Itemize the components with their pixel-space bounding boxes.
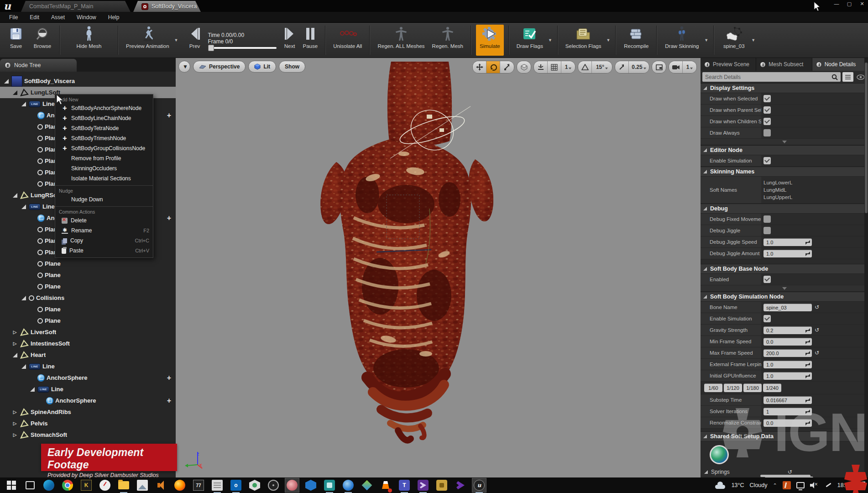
surface-snap-button[interactable]	[534, 61, 548, 73]
volume-muted-icon[interactable]	[810, 482, 819, 489]
value-field[interactable]: 1.0	[763, 361, 812, 368]
context-menu-item[interactable]: Paste Ctrl+V	[55, 246, 153, 256]
details-tab[interactable]: Mesh Subsect	[756, 58, 812, 71]
expand-arrow-icon[interactable]	[29, 387, 36, 392]
rotate-tool-button[interactable]	[486, 61, 500, 73]
perspective-button[interactable]: Perspective	[193, 61, 246, 73]
list-view-button[interactable]	[842, 72, 853, 82]
camera-speed-button[interactable]	[669, 61, 683, 73]
node-tree-row[interactable]: Collisions	[0, 292, 176, 304]
node-tree-row[interactable]: Heart	[0, 349, 176, 361]
drag-multiplier-icon[interactable]	[805, 328, 810, 333]
preview-animation-button[interactable]: Preview Animation	[122, 23, 173, 58]
add-node-button[interactable]: +	[167, 397, 171, 405]
node-tree-row[interactable]: Line	[0, 361, 176, 372]
coordinate-space-button[interactable]	[517, 61, 531, 73]
details-tab[interactable]: Node Details	[812, 58, 868, 71]
value-field[interactable]: spine_03	[763, 304, 812, 311]
section-expander[interactable]	[701, 285, 868, 292]
scale-snap-button[interactable]	[615, 61, 629, 73]
reset-to-default-icon[interactable]	[815, 327, 819, 333]
taskbar-app-button[interactable]: K	[79, 478, 93, 492]
section-skinning-names[interactable]: Skinning Names	[701, 167, 868, 177]
draw-skinning-button[interactable]: Draw Skinning	[661, 23, 703, 58]
drag-multiplier-icon[interactable]	[805, 240, 810, 245]
tray-expand-icon[interactable]: ⌃	[773, 483, 777, 488]
node-tree-row[interactable]: StomachSoft	[0, 429, 176, 441]
springs-asset-thumbnail[interactable]	[710, 445, 729, 464]
tray-app-icon[interactable]	[783, 481, 791, 489]
context-menu-item[interactable]: Delete	[55, 215, 153, 226]
node-tree-row[interactable]: Plane	[0, 258, 176, 269]
notification-center-icon[interactable]	[857, 482, 865, 489]
bone-select-dropdown[interactable]: ▼	[750, 23, 757, 58]
time-slider-thumb[interactable]	[208, 45, 214, 51]
taskbar-app-button[interactable]	[173, 478, 187, 492]
unisolate-all-button[interactable]: Unisolate All	[329, 23, 366, 58]
context-menu-item[interactable]: SoftBodyTetraNode	[55, 123, 153, 133]
drag-multiplier-icon[interactable]	[805, 409, 810, 414]
section-soft-body-base[interactable]: Soft Body Base Node	[701, 264, 868, 274]
menu-item[interactable]: Edit	[24, 13, 45, 22]
section-shared-soft-setup[interactable]: Shared Soft Setup Data	[701, 431, 868, 441]
menu-item[interactable]: Window	[71, 13, 102, 22]
clock[interactable]: 18:41	[837, 482, 852, 488]
add-node-button[interactable]: +	[167, 214, 171, 222]
angle-snap-button[interactable]	[578, 61, 592, 73]
expand-arrow-icon[interactable]	[20, 205, 27, 209]
node-tree-row[interactable]: SpineAndRibs	[0, 406, 176, 418]
taskbar-app-button[interactable]	[416, 478, 430, 492]
show-button[interactable]: Show	[279, 61, 305, 73]
value-field[interactable]: 0.016667	[763, 396, 812, 404]
expand-arrow-icon[interactable]	[3, 79, 10, 84]
expand-arrow-icon[interactable]	[11, 90, 18, 95]
next-frame-button[interactable]: Next	[280, 23, 299, 58]
close-button[interactable]: ✕	[858, 1, 866, 7]
node-tree-row[interactable]: Plane	[0, 315, 176, 326]
checkbox[interactable]	[763, 157, 771, 164]
weather-icon[interactable]	[714, 482, 726, 489]
drag-multiplier-icon[interactable]	[805, 374, 810, 378]
expand-arrow-icon[interactable]	[11, 421, 18, 426]
draw-flags-button[interactable]: Draw Flags	[513, 23, 547, 58]
taskbar-app-button[interactable]	[210, 478, 224, 492]
node-tree-row[interactable]: AnchorSphere +	[0, 372, 176, 383]
taskbar-app-button[interactable]	[61, 478, 74, 492]
regen-mesh-button[interactable]: Regen. Mesh	[429, 23, 467, 58]
bone-select-button[interactable]: spine_03	[718, 23, 750, 58]
taskbar-app-button[interactable]	[23, 478, 37, 492]
expand-arrow-icon[interactable]	[11, 353, 18, 357]
drag-multiplier-icon[interactable]	[805, 362, 810, 367]
drag-multiplier-icon[interactable]	[805, 252, 810, 256]
taskbar-app-button[interactable]	[304, 478, 318, 492]
preview-animation-dropdown[interactable]: ▼	[173, 23, 180, 58]
tab-softbody-viscera[interactable]: SoftBody_Viscera	[133, 1, 201, 12]
substep-preset-button[interactable]: 1/60	[704, 383, 722, 392]
time-slider[interactable]	[208, 47, 277, 49]
pen-icon[interactable]	[825, 482, 832, 489]
taskbar-app-button[interactable]	[42, 478, 56, 492]
node-tree-row[interactable]: LiverSoft	[0, 326, 176, 338]
weather-temp[interactable]: 13°C	[732, 482, 744, 488]
details-tab[interactable]: Preview Scene	[701, 58, 756, 71]
reset-to-default-icon[interactable]	[815, 350, 819, 356]
taskbar-app-button[interactable]	[454, 478, 467, 492]
context-menu-item[interactable]: Remove from Profile	[55, 153, 153, 163]
viewport[interactable]: ▼ Perspective Lit Show	[176, 58, 701, 477]
context-menu-item[interactable]: SoftBodyLineChainNode	[55, 113, 153, 123]
drag-multiplier-icon[interactable]	[805, 398, 810, 403]
selection-flags-button[interactable]: Selection Flags	[562, 23, 605, 58]
expand-arrow-icon[interactable]	[11, 341, 18, 346]
maximize-viewport-button[interactable]	[652, 61, 666, 73]
expand-arrow-icon[interactable]	[20, 364, 27, 369]
taskbar-app-button[interactable]	[341, 478, 355, 492]
grid-snap-button[interactable]	[548, 61, 561, 73]
drag-multiplier-icon[interactable]	[805, 351, 810, 356]
node-tree-row[interactable]: IntestinesSoft	[0, 338, 176, 349]
viewport-options-dropdown[interactable]: ▼	[178, 61, 190, 73]
taskbar-app-button[interactable]	[323, 478, 336, 492]
tab-combat-test-map[interactable]: CombatTestMap_P_Main	[21, 1, 131, 12]
node-tree-row[interactable]: Plane	[0, 281, 176, 292]
node-tree-row[interactable]: Plane	[0, 269, 176, 281]
context-menu-item[interactable]: Copy Ctrl+C	[55, 236, 153, 246]
